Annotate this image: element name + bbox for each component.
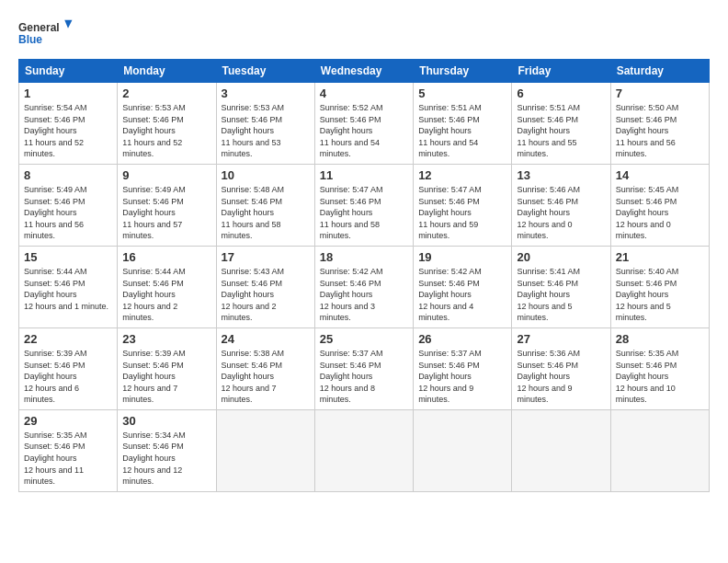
calendar-cell (512, 409, 610, 491)
weekday-header-monday: Monday (118, 60, 216, 83)
day-info: Sunrise: 5:35 AMSunset: 5:46 PMDaylight … (24, 431, 87, 486)
calendar-cell: 1 Sunrise: 5:54 AMSunset: 5:46 PMDayligh… (19, 83, 118, 165)
day-info: Sunrise: 5:47 AMSunset: 5:46 PMDaylight … (418, 185, 482, 240)
calendar-cell: 3 Sunrise: 5:53 AMSunset: 5:46 PMDayligh… (216, 83, 314, 165)
day-number: 13 (517, 168, 605, 182)
day-info: Sunrise: 5:44 AMSunset: 5:46 PMDaylight … (122, 267, 186, 322)
day-info: Sunrise: 5:47 AMSunset: 5:46 PMDaylight … (320, 185, 383, 240)
svg-text:Blue: Blue (18, 33, 42, 46)
day-number: 28 (616, 332, 704, 346)
day-number: 8 (24, 168, 112, 182)
calendar-cell: 23 Sunrise: 5:39 AMSunset: 5:46 PMDaylig… (118, 327, 216, 409)
weekday-header-saturday: Saturday (610, 60, 709, 83)
weekday-header-wednesday: Wednesday (314, 60, 413, 83)
calendar-cell: 29 Sunrise: 5:35 AMSunset: 5:46 PMDaylig… (19, 409, 118, 491)
calendar-cell (414, 409, 512, 491)
day-info: Sunrise: 5:38 AMSunset: 5:46 PMDaylight … (222, 349, 285, 404)
weekday-header-tuesday: Tuesday (216, 60, 314, 83)
day-number: 24 (222, 332, 310, 346)
day-info: Sunrise: 5:40 AMSunset: 5:46 PMDaylight … (616, 267, 679, 322)
day-info: Sunrise: 5:44 AMSunset: 5:46 PMDaylight … (24, 267, 108, 311)
day-number: 14 (616, 168, 704, 182)
day-info: Sunrise: 5:45 AMSunset: 5:46 PMDaylight … (616, 185, 679, 240)
calendar-cell (610, 409, 709, 491)
day-info: Sunrise: 5:52 AMSunset: 5:46 PMDaylight … (320, 103, 383, 158)
day-number: 3 (222, 86, 310, 100)
day-number: 21 (616, 250, 704, 264)
day-number: 30 (122, 414, 210, 428)
weekday-header-friday: Friday (512, 60, 610, 83)
weekday-header-sunday: Sunday (19, 60, 118, 83)
calendar-cell (314, 409, 413, 491)
calendar-cell: 13 Sunrise: 5:46 AMSunset: 5:46 PMDaylig… (512, 164, 610, 246)
calendar-cell: 21 Sunrise: 5:40 AMSunset: 5:46 PMDaylig… (610, 246, 709, 327)
day-number: 20 (517, 250, 605, 264)
day-number: 15 (24, 250, 112, 264)
day-number: 2 (122, 86, 210, 100)
day-info: Sunrise: 5:54 AMSunset: 5:46 PMDaylight … (24, 103, 87, 158)
day-info: Sunrise: 5:51 AMSunset: 5:46 PMDaylight … (517, 103, 580, 158)
week-row-1: 1 Sunrise: 5:54 AMSunset: 5:46 PMDayligh… (19, 83, 710, 165)
day-number: 7 (616, 86, 704, 100)
calendar-cell: 10 Sunrise: 5:48 AMSunset: 5:46 PMDaylig… (216, 164, 314, 246)
day-number: 25 (320, 332, 408, 346)
day-number: 22 (24, 332, 112, 346)
calendar-cell: 11 Sunrise: 5:47 AMSunset: 5:46 PMDaylig… (314, 164, 413, 246)
page: General Blue SundayMondayTuesdayWednesda… (0, 0, 728, 563)
calendar-cell: 24 Sunrise: 5:38 AMSunset: 5:46 PMDaylig… (216, 327, 314, 409)
week-row-4: 22 Sunrise: 5:39 AMSunset: 5:46 PMDaylig… (19, 327, 710, 409)
day-info: Sunrise: 5:42 AMSunset: 5:46 PMDaylight … (418, 267, 482, 322)
calendar-cell: 12 Sunrise: 5:47 AMSunset: 5:46 PMDaylig… (414, 164, 512, 246)
calendar-cell: 14 Sunrise: 5:45 AMSunset: 5:46 PMDaylig… (610, 164, 709, 246)
calendar-cell: 8 Sunrise: 5:49 AMSunset: 5:46 PMDayligh… (19, 164, 118, 246)
week-row-2: 8 Sunrise: 5:49 AMSunset: 5:46 PMDayligh… (19, 164, 710, 246)
day-number: 19 (418, 250, 506, 264)
calendar-cell: 28 Sunrise: 5:35 AMSunset: 5:46 PMDaylig… (610, 327, 709, 409)
day-info: Sunrise: 5:50 AMSunset: 5:46 PMDaylight … (616, 103, 679, 158)
calendar-cell: 22 Sunrise: 5:39 AMSunset: 5:46 PMDaylig… (19, 327, 118, 409)
calendar-cell: 9 Sunrise: 5:49 AMSunset: 5:46 PMDayligh… (118, 164, 216, 246)
day-number: 1 (24, 86, 112, 100)
day-info: Sunrise: 5:49 AMSunset: 5:46 PMDaylight … (24, 185, 87, 240)
calendar-cell: 19 Sunrise: 5:42 AMSunset: 5:46 PMDaylig… (414, 246, 512, 327)
day-number: 5 (418, 86, 506, 100)
day-number: 29 (24, 414, 112, 428)
logo-svg: General Blue (18, 15, 74, 52)
day-info: Sunrise: 5:39 AMSunset: 5:46 PMDaylight … (24, 349, 87, 404)
calendar-cell: 30 Sunrise: 5:34 AMSunset: 5:46 PMDaylig… (118, 409, 216, 491)
day-number: 6 (517, 86, 605, 100)
svg-text:General: General (18, 21, 60, 34)
day-info: Sunrise: 5:37 AMSunset: 5:46 PMDaylight … (320, 349, 383, 404)
day-number: 23 (122, 332, 210, 346)
day-info: Sunrise: 5:39 AMSunset: 5:46 PMDaylight … (122, 349, 186, 404)
day-number: 4 (320, 86, 408, 100)
calendar-cell: 5 Sunrise: 5:51 AMSunset: 5:46 PMDayligh… (414, 83, 512, 165)
day-number: 16 (122, 250, 210, 264)
week-row-5: 29 Sunrise: 5:35 AMSunset: 5:46 PMDaylig… (19, 409, 710, 491)
day-number: 11 (320, 168, 408, 182)
day-info: Sunrise: 5:34 AMSunset: 5:46 PMDaylight … (122, 431, 186, 486)
day-number: 26 (418, 332, 506, 346)
logo: General Blue (18, 15, 74, 52)
day-number: 18 (320, 250, 408, 264)
calendar-cell: 18 Sunrise: 5:42 AMSunset: 5:46 PMDaylig… (314, 246, 413, 327)
day-info: Sunrise: 5:42 AMSunset: 5:46 PMDaylight … (320, 267, 383, 322)
day-number: 27 (517, 332, 605, 346)
calendar-cell: 25 Sunrise: 5:37 AMSunset: 5:46 PMDaylig… (314, 327, 413, 409)
day-number: 9 (122, 168, 210, 182)
day-number: 17 (222, 250, 310, 264)
day-info: Sunrise: 5:43 AMSunset: 5:46 PMDaylight … (222, 267, 285, 322)
day-info: Sunrise: 5:51 AMSunset: 5:46 PMDaylight … (418, 103, 482, 158)
day-info: Sunrise: 5:46 AMSunset: 5:46 PMDaylight … (517, 185, 580, 240)
day-info: Sunrise: 5:48 AMSunset: 5:46 PMDaylight … (222, 185, 285, 240)
calendar-cell: 6 Sunrise: 5:51 AMSunset: 5:46 PMDayligh… (512, 83, 610, 165)
day-number: 10 (222, 168, 310, 182)
calendar-cell: 17 Sunrise: 5:43 AMSunset: 5:46 PMDaylig… (216, 246, 314, 327)
calendar-cell: 16 Sunrise: 5:44 AMSunset: 5:46 PMDaylig… (118, 246, 216, 327)
calendar-cell: 2 Sunrise: 5:53 AMSunset: 5:46 PMDayligh… (118, 83, 216, 165)
calendar-cell (216, 409, 314, 491)
day-info: Sunrise: 5:53 AMSunset: 5:46 PMDaylight … (122, 103, 186, 158)
header: General Blue (18, 15, 710, 52)
day-info: Sunrise: 5:37 AMSunset: 5:46 PMDaylight … (418, 349, 482, 404)
day-info: Sunrise: 5:36 AMSunset: 5:46 PMDaylight … (517, 349, 580, 404)
